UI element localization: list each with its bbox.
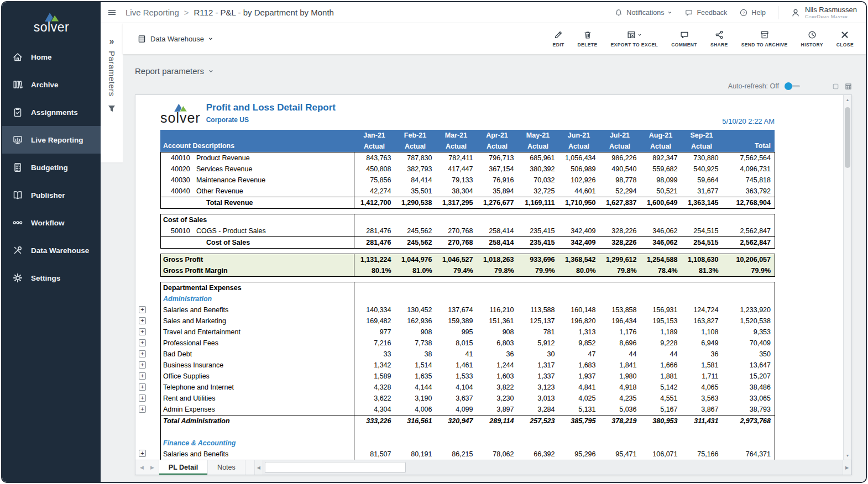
database-icon <box>137 34 147 44</box>
sidebar-item-data-warehouse[interactable]: Data Warehouse <box>2 236 101 264</box>
sheet-tab-bar: ◀ ▶ PL DetailNotes ◀ ▶ <box>135 460 851 475</box>
workflow-icon <box>12 217 23 228</box>
expand-row-button[interactable]: + <box>139 317 146 324</box>
actual-subheader: Actual <box>395 141 436 152</box>
close-button[interactable]: CLOSE <box>830 30 860 48</box>
sheet-prev-icon[interactable]: ◀ <box>140 465 144 470</box>
horizontal-scroll-thumb[interactable] <box>265 462 406 473</box>
sidebar-item-settings[interactable]: Settings <box>2 264 101 292</box>
horizontal-scrollbar[interactable]: ◀ ▶ <box>254 460 851 475</box>
report-title: Profit and Loss Detail Report <box>206 102 336 113</box>
table-row: Cost of Sales281,476245,562270,768258,41… <box>161 237 775 249</box>
expand-row-button[interactable]: + <box>139 361 146 369</box>
month-header: Jul-21 <box>599 130 640 141</box>
report-logo-text: solver <box>160 112 201 124</box>
sheet-next-icon[interactable]: ▶ <box>150 465 154 470</box>
vertical-scroll-thumb[interactable] <box>845 107 850 168</box>
table-section-gross-profit: Gross Profit1,131,2241,044,9761,046,5271… <box>135 254 843 277</box>
home-icon <box>12 51 23 62</box>
app-window: solver HomeArchiveAssignmentsLive Report… <box>1 1 867 483</box>
expand-row-button[interactable]: + <box>139 350 146 357</box>
table-row: Gross Profit1,131,2241,044,9761,046,5271… <box>161 254 775 266</box>
sidebar-item-label: Settings <box>31 274 60 282</box>
scroll-up-icon[interactable]: ▲ <box>844 95 851 104</box>
export-to-excel-button[interactable]: EXPORT TO EXCEL <box>604 30 665 48</box>
month-header: Jun-21 <box>558 130 599 141</box>
scroll-left-icon[interactable]: ◀ <box>254 460 263 475</box>
breadcrumb-root[interactable]: Live Reporting <box>126 8 179 17</box>
table-row: Salaries and Benefits81,50780,19186,2157… <box>161 449 775 460</box>
expand-row-button[interactable]: + <box>139 372 146 380</box>
grid-view-icon[interactable] <box>845 83 852 90</box>
feedback-button[interactable]: Feedback <box>684 8 727 17</box>
expand-row-button[interactable]: + <box>139 394 146 402</box>
toolbar-action-label: COMMENT <box>671 42 697 48</box>
sidebar-item-budgeting[interactable]: Budgeting <box>2 154 101 181</box>
maximize-icon[interactable] <box>832 83 839 90</box>
share-icon <box>714 30 724 40</box>
help-circle-icon: ? <box>739 8 748 17</box>
sheet-tab-notes[interactable]: Notes <box>208 460 245 475</box>
table-section-revenue: 40010Product Revenue843,763787,830782,41… <box>135 152 843 209</box>
sidebar: solver HomeArchiveAssignmentsLive Report… <box>2 2 101 482</box>
share-button[interactable]: SHARE <box>704 30 735 48</box>
expand-row-button[interactable]: + <box>139 450 146 457</box>
delete-button[interactable]: DELETE <box>571 30 604 48</box>
month-header: Mar-21 <box>436 130 477 141</box>
expand-row-button[interactable]: + <box>139 406 146 413</box>
auto-refresh-row: Auto-refresh: Off <box>135 82 852 90</box>
sidebar-item-publisher[interactable]: Publisher <box>2 181 101 209</box>
month-header: May-21 <box>517 130 558 141</box>
report-solver-logo: solver <box>160 103 201 124</box>
expand-row-button[interactable]: + <box>139 328 146 335</box>
table-row: Sales and Marketing169,482162,936159,389… <box>161 315 775 327</box>
help-button[interactable]: ? Help <box>739 8 766 17</box>
table-row: Travel and Entertainment9779089959087811… <box>161 327 775 338</box>
sidebar-item-live-reporting[interactable]: Live Reporting <box>2 126 101 154</box>
bell-icon <box>614 8 623 17</box>
sidebar-item-assignments[interactable]: Assignments <box>2 98 101 126</box>
report-parameters-toggle[interactable]: Report parameters <box>135 66 214 76</box>
solver-logo: solver <box>2 2 101 38</box>
chevron-double-right-icon[interactable]: » <box>109 36 114 46</box>
parameters-panel: » Parameters <box>101 23 123 162</box>
sheet-tab-pl-detail[interactable]: PL Detail <box>159 460 208 475</box>
close-icon <box>840 30 850 40</box>
user-name: Nils Rasmussen <box>805 6 857 14</box>
table-row: Telephone and Internet4,3284,1444,1043,8… <box>161 382 775 393</box>
send-archive-icon <box>760 30 770 40</box>
expand-row-button[interactable]: + <box>139 339 146 346</box>
hamburger-menu-icon[interactable] <box>107 8 117 17</box>
send-to-archive-button[interactable]: SEND TO ARCHIVE <box>735 30 794 48</box>
expand-row-button[interactable]: + <box>139 383 146 391</box>
table-row: Administration <box>161 293 775 304</box>
expand-row-button[interactable]: + <box>139 306 146 313</box>
report-table: Account DescriptionsJan-21Feb-21Mar-21Ap… <box>135 130 843 460</box>
history-button[interactable]: HISTORY <box>794 30 830 48</box>
report-toolbar: Data Warehouse EDITDELETEEXPORT TO EXCEL… <box>123 23 866 54</box>
chevron-down-icon <box>637 33 642 37</box>
comment-button[interactable]: COMMENT <box>665 30 704 48</box>
breadcrumb-current: R112 - P&L - by Department by Month <box>194 8 334 17</box>
sidebar-item-label: Live Reporting <box>31 136 83 144</box>
table-column-headers: Account DescriptionsJan-21Feb-21Mar-21Ap… <box>160 130 775 152</box>
sidebar-item-archive[interactable]: Archive <box>2 71 101 98</box>
scroll-down-icon[interactable]: ▼ <box>844 451 851 460</box>
breadcrumb: Live Reporting > R112 - P&L - by Departm… <box>126 8 334 17</box>
horizontal-scroll-track[interactable] <box>263 460 843 475</box>
user-menu[interactable]: Nils Rasmussen CorpDemo Master <box>791 6 857 19</box>
vertical-scroll-track[interactable] <box>844 104 851 451</box>
auto-refresh-toggle[interactable] <box>785 82 800 90</box>
table-row: Professional Fees7,2167,7388,0156,8035,9… <box>161 338 775 349</box>
edit-button[interactable]: EDIT <box>546 30 571 48</box>
vertical-scrollbar[interactable]: ▲ ▼ <box>843 95 851 460</box>
toolbar-action-label: SEND TO ARCHIVE <box>741 42 788 48</box>
topbar-divider <box>778 6 778 19</box>
sidebar-item-home[interactable]: Home <box>2 43 101 71</box>
data-warehouse-source-button[interactable]: Data Warehouse <box>137 34 213 44</box>
notifications-button[interactable]: Notifications <box>614 8 672 17</box>
sidebar-logo-text: solver <box>34 22 69 33</box>
filter-funnel-icon[interactable] <box>108 104 116 114</box>
sidebar-item-workflow[interactable]: Workflow <box>2 209 101 236</box>
scroll-right-icon[interactable]: ▶ <box>843 460 851 475</box>
